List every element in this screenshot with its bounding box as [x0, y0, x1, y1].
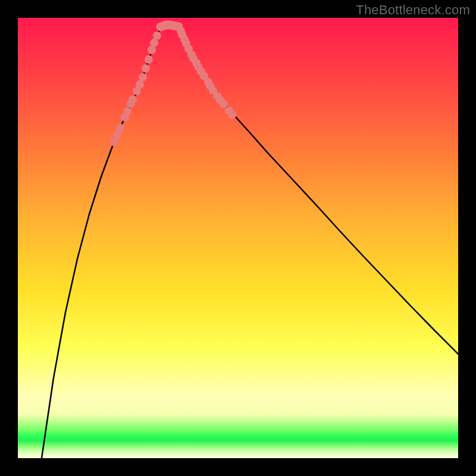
data-dot — [148, 46, 156, 54]
data-dot — [174, 23, 183, 32]
data-dot — [150, 39, 158, 47]
data-dot — [228, 111, 236, 119]
curve-group — [42, 26, 458, 458]
data-dot — [216, 96, 224, 104]
data-dot — [113, 131, 121, 139]
data-dot — [142, 64, 150, 73]
curve-layer — [18, 18, 458, 458]
chart-frame: TheBottleneck.com — [0, 0, 476, 476]
data-dot — [145, 55, 153, 64]
data-dot — [139, 73, 147, 82]
data-dot — [136, 80, 144, 89]
data-dot — [110, 138, 118, 146]
curve-right-branch — [178, 27, 458, 354]
dot-group — [110, 21, 236, 147]
data-dot — [129, 95, 137, 104]
watermark-text: TheBottleneck.com — [356, 2, 470, 18]
curve-left-branch — [42, 27, 162, 458]
data-dot — [153, 32, 161, 40]
data-dot — [123, 107, 131, 115]
data-dot — [116, 124, 124, 132]
plot-area — [18, 18, 458, 458]
